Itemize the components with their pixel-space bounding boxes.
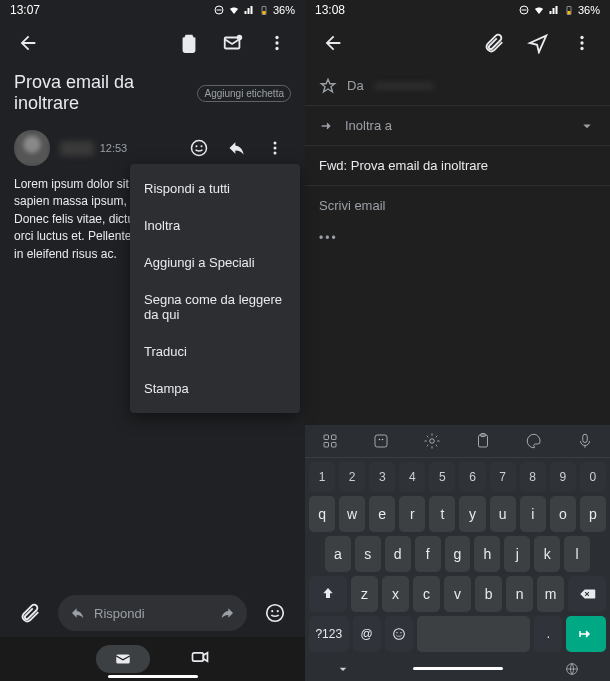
key-n[interactable]: n <box>506 576 533 612</box>
subject-row[interactable]: Fwd: Prova email da inoltrare <box>305 146 610 186</box>
key-1[interactable]: 1 <box>309 462 335 492</box>
reply-bar: Rispondi <box>0 589 305 637</box>
key-j[interactable]: j <box>504 536 530 572</box>
key-emoji[interactable] <box>385 616 413 652</box>
menu-translate[interactable]: Traduci <box>130 333 300 370</box>
key-v[interactable]: v <box>444 576 471 612</box>
svg-rect-31 <box>375 435 387 447</box>
key-5[interactable]: 5 <box>429 462 455 492</box>
add-label-chip[interactable]: Aggiungi etichetta <box>197 85 291 102</box>
status-time: 13:07 <box>10 3 40 17</box>
home-indicator[interactable] <box>413 667 503 670</box>
key-enter[interactable] <box>566 616 606 652</box>
key-k[interactable]: k <box>534 536 560 572</box>
key-u[interactable]: u <box>490 496 516 532</box>
key-d[interactable]: d <box>385 536 411 572</box>
key-7[interactable]: 7 <box>490 462 516 492</box>
nav-meet[interactable] <box>190 647 210 671</box>
kb-tools-icon[interactable] <box>321 432 339 450</box>
back-button[interactable] <box>8 23 48 63</box>
overflow-button[interactable] <box>562 23 602 63</box>
key-i[interactable]: i <box>520 496 546 532</box>
key-0[interactable]: 0 <box>580 462 606 492</box>
key-l[interactable]: l <box>564 536 590 572</box>
menu-print[interactable]: Stampa <box>130 370 300 407</box>
home-indicator[interactable] <box>108 675 198 678</box>
kb-language-icon[interactable] <box>564 661 580 677</box>
react-button[interactable] <box>183 132 215 164</box>
key-backspace[interactable] <box>568 576 606 612</box>
back-button[interactable] <box>313 23 353 63</box>
attach-button[interactable] <box>474 23 514 63</box>
key-2[interactable]: 2 <box>339 462 365 492</box>
key-at[interactable]: @ <box>353 616 381 652</box>
forward-icon[interactable] <box>219 605 235 621</box>
key-space[interactable] <box>417 616 530 652</box>
delete-button[interactable] <box>169 23 209 63</box>
keyboard-row-3: z x c v b n m <box>309 576 606 612</box>
reply-button[interactable] <box>221 132 253 164</box>
kb-theme-icon[interactable] <box>525 432 543 450</box>
status-icons: 36% <box>518 4 600 16</box>
menu-reply-all[interactable]: Rispondi a tutti <box>130 170 300 207</box>
key-q[interactable]: q <box>309 496 335 532</box>
key-b[interactable]: b <box>475 576 502 612</box>
star-icon[interactable] <box>319 77 337 95</box>
key-period[interactable]: . <box>534 616 562 652</box>
key-symbols[interactable]: ?123 <box>309 616 349 652</box>
key-t[interactable]: t <box>429 496 455 532</box>
key-shift[interactable] <box>309 576 347 612</box>
key-g[interactable]: g <box>445 536 471 572</box>
send-button[interactable] <box>518 23 558 63</box>
key-x[interactable]: x <box>382 576 409 612</box>
signal-icon <box>243 4 255 16</box>
key-c[interactable]: c <box>413 576 440 612</box>
kb-collapse-icon[interactable] <box>335 661 351 677</box>
from-row[interactable]: Da <box>305 66 610 106</box>
kb-settings-icon[interactable] <box>423 432 441 450</box>
status-bar: 13:08 36% <box>305 0 610 20</box>
to-row[interactable]: Inoltra a <box>305 106 610 146</box>
emoji-button[interactable] <box>255 593 295 633</box>
reply-input[interactable]: Rispondi <box>58 595 247 631</box>
key-p[interactable]: p <box>580 496 606 532</box>
key-h[interactable]: h <box>474 536 500 572</box>
kb-sticker-icon[interactable] <box>372 432 390 450</box>
key-6[interactable]: 6 <box>459 462 485 492</box>
key-w[interactable]: w <box>339 496 365 532</box>
key-4[interactable]: 4 <box>399 462 425 492</box>
key-f[interactable]: f <box>415 536 441 572</box>
attach-button[interactable] <box>10 593 50 633</box>
avatar[interactable] <box>14 130 50 166</box>
key-s[interactable]: s <box>355 536 381 572</box>
key-e[interactable]: e <box>369 496 395 532</box>
nav-mail[interactable] <box>96 645 150 673</box>
key-3[interactable]: 3 <box>369 462 395 492</box>
kb-clipboard-icon[interactable] <box>474 432 492 450</box>
kb-mic-icon[interactable] <box>576 432 594 450</box>
key-z[interactable]: z <box>351 576 378 612</box>
key-y[interactable]: y <box>459 496 485 532</box>
dnd-icon <box>518 4 530 16</box>
key-m[interactable]: m <box>537 576 564 612</box>
svg-point-34 <box>430 439 435 444</box>
menu-forward[interactable]: Inoltra <box>130 207 300 244</box>
mark-unread-button[interactable] <box>213 23 253 63</box>
chevron-down-icon[interactable] <box>578 117 596 135</box>
keyboard-row-1: q w e r t y u i o p <box>309 496 606 532</box>
key-r[interactable]: r <box>399 496 425 532</box>
app-bar <box>0 20 305 66</box>
key-8[interactable]: 8 <box>520 462 546 492</box>
svg-point-17 <box>277 610 279 612</box>
key-a[interactable]: a <box>325 536 351 572</box>
key-9[interactable]: 9 <box>550 462 576 492</box>
menu-add-star[interactable]: Aggiungi a Speciali <box>130 244 300 281</box>
dnd-icon <box>213 4 225 16</box>
compose-body[interactable]: Scrivi email <box>305 186 610 225</box>
message-overflow-button[interactable] <box>259 132 291 164</box>
svg-point-16 <box>271 610 273 612</box>
quoted-text-toggle[interactable]: ••• <box>305 225 610 251</box>
key-o[interactable]: o <box>550 496 576 532</box>
menu-mark-unread-from-here[interactable]: Segna come da leggere da qui <box>130 281 300 333</box>
overflow-button[interactable] <box>257 23 297 63</box>
